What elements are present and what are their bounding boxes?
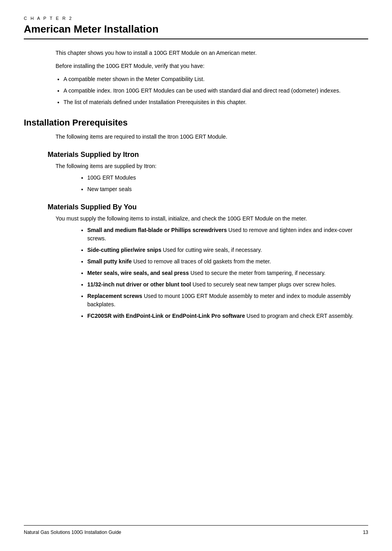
materials-you-body: You must supply the following items to i… (56, 215, 368, 223)
bullet-normal-3: Used to secure the meter from tampering,… (189, 270, 325, 276)
intro-bullet-list: A compatible meter shown in the Meter Co… (63, 75, 368, 106)
footer-divider (24, 525, 368, 526)
bullet-bold-6: FC200SR with EndPoint-Link or EndPoint-L… (87, 313, 245, 319)
footer-left: Natural Gas Solutions 100G Installation … (24, 530, 121, 535)
bullet-normal-2: Used to remove all traces of old gaskets… (132, 258, 271, 265)
chapter-title: American Meter Installation (24, 23, 368, 35)
materials-you-title: Materials Supplied By You (48, 203, 368, 211)
list-item: A compatible index. Itron 100G ERT Modul… (63, 87, 368, 95)
list-item: Meter seals, wire seals, and seal press … (87, 269, 368, 277)
materials-itron-title: Materials Supplied by Itron (48, 151, 368, 159)
list-item: Small and medium flat-blade or Phillips … (87, 226, 368, 243)
list-item: 11/32-inch nut driver or other blunt too… (87, 280, 368, 289)
list-item: A compatible meter shown in the Meter Co… (63, 75, 368, 83)
chapter-label: C H A P T E R 2 (24, 16, 368, 21)
materials-itron-body: The following items are supplied by Itro… (56, 162, 368, 170)
list-item: Small putty knife Used to remove all tra… (87, 257, 368, 266)
intro-paragraph1: This chapter shows you how to install a … (56, 49, 368, 57)
bullet-bold-3: Meter seals, wire seals, and seal press (87, 270, 189, 276)
list-item: The list of materials defined under Inst… (63, 98, 368, 106)
bullet-bold-0: Small and medium flat-blade or Phillips … (87, 227, 227, 233)
bullet-bold-2: Small putty knife (87, 258, 132, 265)
bullet-normal-6: Used to program and check ERT assembly. (245, 313, 353, 319)
list-item: Side-cutting plier/wire snips Used for c… (87, 246, 368, 254)
materials-you-section: Materials Supplied By You You must suppl… (48, 203, 368, 320)
bullet-bold-1: Side-cutting plier/wire snips (87, 247, 161, 253)
main-content: C H A P T E R 2 American Meter Installat… (24, 16, 368, 525)
footer-section: Natural Gas Solutions 100G Installation … (24, 525, 368, 535)
list-item: 100G ERT Modules (87, 174, 368, 182)
footer: Natural Gas Solutions 100G Installation … (24, 528, 368, 535)
bullet-bold-4: 11/32-inch nut driver or other blunt too… (87, 281, 191, 288)
chapter-divider (24, 39, 368, 39)
installation-prerequisites-body: The following items are required to inst… (56, 133, 368, 141)
list-item: New tamper seals (87, 185, 368, 193)
footer-right: 13 (363, 530, 368, 535)
materials-itron-section: Materials Supplied by Itron The followin… (48, 151, 368, 193)
page-content: C H A P T E R 2 American Meter Installat… (24, 16, 368, 535)
bullet-normal-1: Used for cutting wire seals, if necessar… (161, 247, 262, 253)
bullet-normal-4: Used to securely seat new tamper plugs o… (191, 281, 336, 288)
bullet-bold-5: Replacement screws (87, 293, 142, 299)
list-item: FC200SR with EndPoint-Link or EndPoint-L… (87, 312, 368, 320)
installation-prerequisites-title: Installation Prerequisites (24, 118, 368, 128)
materials-itron-list: 100G ERT Modules New tamper seals (87, 174, 368, 193)
intro-paragraph2: Before installing the 100G ERT Module, v… (56, 62, 368, 70)
materials-you-list: Small and medium flat-blade or Phillips … (87, 226, 368, 320)
list-item: Replacement screws Used to mount 100G ER… (87, 292, 368, 309)
